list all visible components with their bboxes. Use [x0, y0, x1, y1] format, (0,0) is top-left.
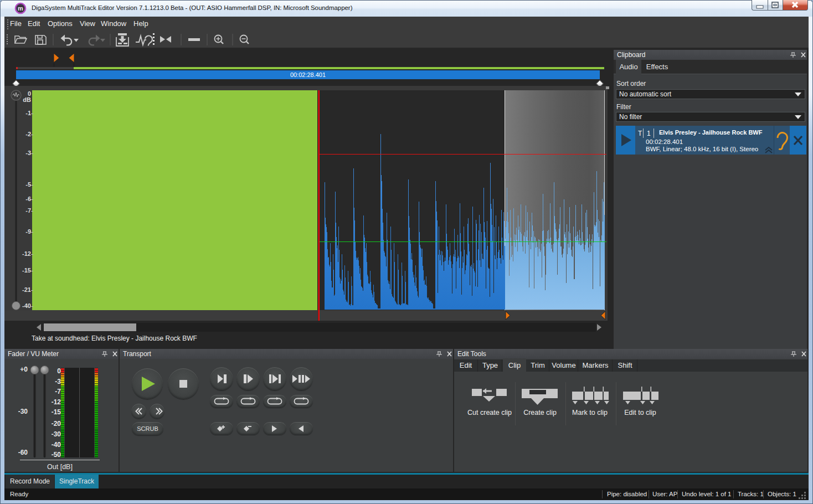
svg-text:m: m	[18, 5, 23, 12]
